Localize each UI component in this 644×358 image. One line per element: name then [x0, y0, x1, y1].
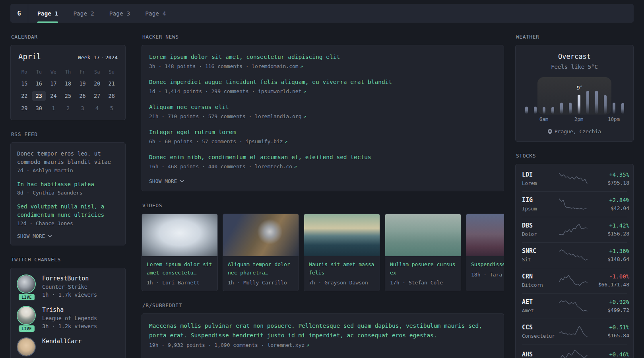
stock-row[interactable]: CCSConsectetur +0.51%$165.84 [522, 319, 627, 344]
calendar-day: 18 [61, 78, 76, 89]
stock-symbol[interactable]: LDI [522, 171, 559, 178]
app-logo[interactable]: G [10, 4, 28, 23]
hn-item-title[interactable]: Lorem ipsum dolor sit amet, consectetur … [149, 53, 497, 61]
hn-item: Aliquam nec cursus elit 21h · 710 points… [149, 103, 497, 119]
stock-row[interactable]: IIGIpsum +2.84%$42.04 [522, 191, 627, 217]
tab-page-4[interactable]: Page 4 [138, 4, 173, 23]
channel-name[interactable]: Trisha [42, 306, 97, 313]
rss-item-title[interactable]: Donec tempor eros leo, ut commodo mauris… [17, 150, 119, 166]
calendar-widget: CALENDAR April Week 17·2024 MoTuWeThFrSa… [10, 34, 126, 120]
rss-item-title[interactable]: In hac habitasse platea [17, 180, 119, 189]
hn-item-meta: 6h · 60 points · 57 comments · ipsumify.… [149, 138, 497, 144]
videos-section-title: VIDEOS [142, 202, 503, 208]
video-meta: 18h · Tara [471, 272, 504, 278]
stock-row[interactable]: AETAmet +0.92%$499.72 [522, 293, 627, 319]
stock-symbol[interactable]: IIG [522, 197, 559, 204]
stock-row[interactable]: LDILorem +4.35%$795.18 [522, 166, 627, 191]
video-thumbnail[interactable] [223, 214, 299, 256]
rss-item-title[interactable]: Sed volutpat nulla nisl, a condimentum n… [17, 202, 119, 219]
stock-row[interactable]: AHS +0.46% [522, 344, 627, 358]
hn-item-title[interactable]: Donec enim nibh, condimentum et accumsan… [149, 153, 497, 161]
video-thumbnail[interactable] [304, 214, 380, 256]
tab-page-3[interactable]: Page 3 [102, 4, 138, 23]
stock-symbol[interactable]: AHS [522, 351, 559, 358]
video-thumbnail[interactable] [385, 214, 461, 256]
weather-bar [604, 95, 607, 114]
channel-category[interactable]: Counter-Strike [42, 284, 97, 290]
left-column: CALENDAR April Week 17·2024 MoTuWeThFrSa… [10, 34, 126, 358]
tab-page-2[interactable]: Page 2 [66, 4, 101, 23]
avatar[interactable] [17, 338, 35, 356]
rss-item-meta: 7d · Ashlyn Martin [17, 167, 119, 173]
video-thumbnail[interactable] [142, 214, 217, 256]
main-column: HACKER NEWS Lorem ipsum dolor sit amet, … [142, 34, 504, 358]
stock-sparkline [559, 249, 588, 261]
calendar-day-header: Th [61, 68, 76, 76]
video-card[interactable]: Nullam posuere cursus ex 17h · Stefan Co… [385, 214, 461, 291]
stock-symbol[interactable]: AET [522, 298, 559, 305]
channel-name[interactable]: ForrestBurton [42, 275, 97, 282]
stock-price: $165.84 [588, 333, 629, 339]
stock-name: Ipsum [522, 206, 559, 212]
tab-page-1[interactable]: Page 1 [30, 4, 66, 23]
calendar-day: 2 [61, 103, 76, 113]
calendar-day: 28 [104, 91, 119, 101]
stock-symbol[interactable]: CRN [522, 273, 559, 280]
weather-bar [621, 103, 624, 114]
twitch-channel[interactable]: LIVE ForrestBurton Counter-Strike 1h · 1… [17, 275, 119, 298]
weather-bar [586, 91, 589, 114]
avatar[interactable] [17, 275, 35, 293]
video-title[interactable]: Suspendisse diam [471, 261, 504, 269]
stock-row[interactable]: CRNBitcorn -1.00%$66,171.48 [522, 268, 627, 293]
subreddit-post-title[interactable]: Maecenas mollis pulvinar erat non posuer… [149, 321, 497, 340]
calendar-day-header: We [46, 68, 61, 76]
weather-time-label: 10pm [608, 116, 620, 122]
calendar-day-selected: 23 [32, 91, 47, 101]
rss-card: Donec tempor eros leo, ut commodo mauris… [10, 142, 126, 245]
avatar[interactable] [17, 307, 35, 324]
calendar-header: April Week 17·2024 [17, 52, 119, 61]
calendar-day-header: Su [104, 68, 119, 76]
channel-name[interactable]: KendallCarr [42, 338, 81, 345]
video-title[interactable]: Nullam posuere cursus ex [390, 261, 456, 277]
external-link-icon[interactable]: ↗ [306, 342, 309, 348]
rss-show-more-button[interactable]: SHOW MORE [17, 233, 119, 239]
stock-row[interactable]: DBSDolor +1.42%$156.28 [522, 217, 627, 242]
external-link-icon[interactable]: ↗ [303, 113, 306, 119]
hn-item-title[interactable]: Donec imperdiet augue tincidunt felis al… [149, 78, 497, 86]
video-card[interactable]: Lorem ipsum dolor sit amet consectetu… 1… [142, 214, 218, 291]
hn-item-title[interactable]: Integer eget rutrum lorem [149, 128, 497, 136]
video-row: Lorem ipsum dolor sit amet consectetu… 1… [142, 214, 504, 291]
separator-dot: · [100, 54, 105, 60]
hn-show-more-button[interactable]: SHOW MORE [149, 178, 497, 184]
hn-item-meta: 1d · 1,414 points · 299 comments · ipsum… [149, 88, 497, 94]
stock-sparkline [559, 274, 588, 286]
twitch-card: LIVE ForrestBurton Counter-Strike 1h · 1… [10, 268, 126, 358]
weather-widget: WEATHER Overcast Feels like 5°C 9° 6am2p… [515, 34, 634, 142]
video-title[interactable]: Mauris sit amet massa felis [309, 261, 375, 277]
video-card[interactable]: Aliquam tempor dolor nec pharetra… 1h · … [223, 214, 299, 291]
external-link-icon[interactable]: ↗ [303, 88, 306, 94]
chevron-down-icon [48, 235, 52, 237]
hackernews-card: Lorem ipsum dolor sit amet, consectetur … [142, 45, 504, 191]
calendar-day-header: Sa [90, 68, 105, 76]
weather-hourly-chart: 9° [522, 79, 627, 114]
external-link-icon[interactable]: ↗ [300, 63, 303, 69]
video-card[interactable]: Mauris sit amet massa felis 7h · Grayson… [304, 214, 380, 291]
video-card[interactable]: Suspendisse diam 18h · Tara [466, 214, 504, 291]
external-link-icon[interactable]: ↗ [294, 163, 297, 169]
stock-symbol[interactable]: CCS [522, 324, 559, 331]
rss-widget: RSS FEED Donec tempor eros leo, ut commo… [10, 131, 126, 245]
stock-symbol[interactable]: DBS [522, 222, 559, 229]
external-link-icon[interactable]: ↗ [285, 138, 288, 144]
hn-item-title[interactable]: Aliquam nec cursus elit [149, 103, 497, 111]
weather-bar [534, 107, 537, 114]
video-thumbnail[interactable] [466, 214, 504, 256]
video-title[interactable]: Lorem ipsum dolor sit amet consectetu… [147, 261, 213, 277]
video-title[interactable]: Aliquam tempor dolor nec pharetra… [228, 261, 294, 277]
stock-row[interactable]: SNRCSit +1.36%$148.64 [522, 242, 627, 268]
stock-symbol[interactable]: SNRC [522, 247, 559, 255]
channel-category[interactable]: League of Legends [42, 315, 97, 321]
twitch-channel[interactable]: LIVE Trisha League of Legends 3h · 1.2k … [17, 306, 119, 329]
twitch-channel[interactable]: KendallCarr [17, 338, 119, 356]
